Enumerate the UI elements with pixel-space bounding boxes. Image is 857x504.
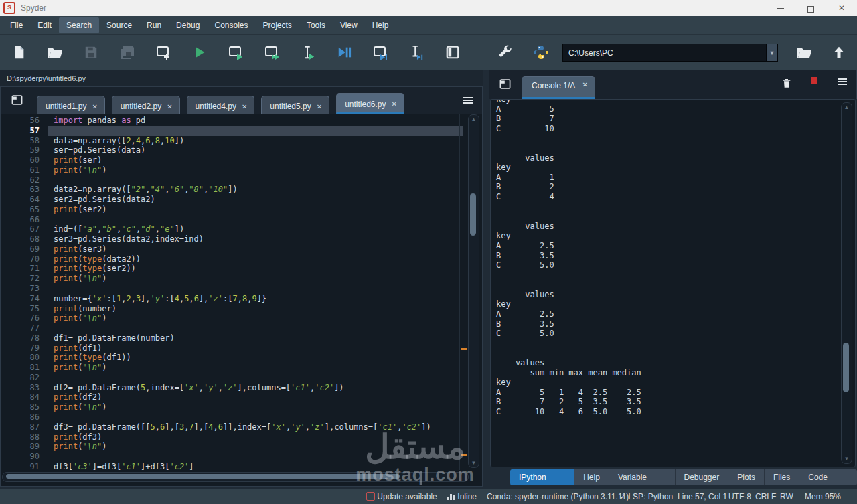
pane-tab-debugger[interactable]: Debugger: [676, 469, 729, 485]
menu-search[interactable]: Search: [59, 17, 99, 33]
console-vscroll-thumb[interactable]: [843, 343, 849, 392]
warning-flag[interactable]: [461, 454, 467, 456]
menu-edit[interactable]: Edit: [30, 17, 59, 33]
code-line-65[interactable]: 65print(ser2): [1, 205, 463, 215]
working-directory-combobox[interactable]: C:\Users\PC ▼: [562, 44, 778, 62]
code-line-78[interactable]: 78df1= pd.DataFrame(number): [1, 333, 463, 343]
menu-tools[interactable]: Tools: [299, 17, 333, 33]
code-line-80[interactable]: 80print(type(df1)): [1, 353, 463, 363]
menu-run[interactable]: Run: [139, 17, 169, 33]
lsp-status[interactable]: ✓ LSP: Python: [619, 489, 673, 504]
pane-tab-ipython-console[interactable]: IPython Console: [510, 469, 574, 485]
code-line-87[interactable]: 87df3= pd.DataFrame([[5,6],[3,7],[4,6]],…: [1, 422, 463, 432]
editor-vscroll-thumb[interactable]: [470, 193, 476, 236]
code-line-73[interactable]: 73: [1, 284, 463, 294]
code-line-60[interactable]: 60print(ser): [1, 155, 463, 165]
code-line-63[interactable]: 63data2=np.array(["2","4","6","8","10"]): [1, 185, 463, 195]
run-button[interactable]: [189, 42, 210, 62]
code-line-90[interactable]: 90: [1, 452, 463, 462]
code-line-91[interactable]: 91df3['c3']=df3['c1']+df3['c2']: [1, 462, 463, 472]
save-button[interactable]: [81, 42, 101, 62]
code-line-64[interactable]: 64ser2=pd.Series(data2): [1, 195, 463, 205]
editor-tab-untitled5[interactable]: untitled5.py✕: [261, 96, 329, 114]
code-line-69[interactable]: 69print(ser3): [1, 244, 463, 254]
restore-button[interactable]: [795, 0, 826, 16]
chevron-down-icon[interactable]: ▼: [766, 44, 777, 61]
scroll-up-icon[interactable]: ▲: [469, 116, 479, 122]
menu-help[interactable]: Help: [365, 17, 396, 33]
parent-directory-button[interactable]: [829, 42, 849, 62]
open-file-button[interactable]: [45, 42, 65, 62]
pythonpath-button[interactable]: [531, 42, 551, 62]
menu-source[interactable]: Source: [99, 17, 139, 33]
pane-tab-plots[interactable]: Plots: [728, 469, 765, 485]
code-line-81[interactable]: 81print("\n"): [1, 363, 463, 373]
debug-cell-button[interactable]: [370, 42, 390, 62]
maximize-pane-button[interactable]: [443, 42, 463, 62]
code-line-84[interactable]: 84print(df2): [1, 392, 463, 402]
code-line-61[interactable]: 61print("\n"): [1, 165, 463, 175]
browse-consoles-icon[interactable]: [499, 78, 511, 92]
editor-vertical-scrollbar[interactable]: ▲ ▼: [468, 114, 479, 468]
code-line-77[interactable]: 77: [1, 323, 463, 333]
code-editor[interactable]: 56import pandas as pd5758data=np.array([…: [1, 114, 463, 474]
menu-view[interactable]: View: [333, 17, 365, 33]
close-console-icon[interactable]: ✕: [582, 81, 587, 88]
code-line-72[interactable]: 72print("\n"): [1, 274, 463, 284]
editor-hscroll-thumb[interactable]: [6, 474, 400, 479]
code-line-62[interactable]: 62: [1, 175, 463, 185]
pane-tab-code-analysis[interactable]: Code Analysis: [799, 469, 857, 485]
close-tab-icon[interactable]: ✕: [242, 103, 247, 110]
debug-button[interactable]: [334, 42, 354, 62]
editor-horizontal-scrollbar[interactable]: [2, 472, 469, 482]
editor-options-menu-icon[interactable]: [463, 96, 473, 105]
scroll-up-icon[interactable]: ▲: [842, 104, 852, 110]
code-line-68[interactable]: 68ser3=pd.Series(data2,index=ind): [1, 234, 463, 244]
code-line-82[interactable]: 82: [1, 373, 463, 383]
code-line-83[interactable]: 83df2= pd.DataFrame(5,index=['x','y','z'…: [1, 383, 463, 393]
code-line-59[interactable]: 59ser=pd.Series(data): [1, 145, 463, 155]
pane-tab-help[interactable]: Help: [574, 469, 609, 485]
warning-flag[interactable]: [461, 348, 467, 350]
pane-tab-variable-explorer[interactable]: Variable Explorer: [609, 469, 676, 485]
code-line-56[interactable]: 56import pandas as pd: [1, 116, 463, 126]
debug-selection-button[interactable]: [406, 42, 426, 62]
code-line-86[interactable]: 86: [1, 412, 463, 422]
menu-debug[interactable]: Debug: [169, 17, 207, 33]
code-line-88[interactable]: 88print(df3): [1, 432, 463, 442]
save-all-button[interactable]: [117, 42, 137, 62]
code-line-79[interactable]: 79print(df1): [1, 343, 463, 353]
code-line-70[interactable]: 70print(type(data2)): [1, 254, 463, 264]
pane-tab-files[interactable]: Files: [765, 469, 799, 485]
menu-file[interactable]: File: [3, 17, 30, 33]
update-status[interactable]: Update available: [366, 489, 437, 504]
editor-tab-untitled6[interactable]: untitled6.py✕: [336, 93, 404, 114]
remove-variables-button[interactable]: [781, 77, 792, 89]
new-cell-button[interactable]: [153, 42, 173, 62]
console-options-menu[interactable]: [838, 77, 847, 86]
preferences-button[interactable]: [495, 42, 515, 62]
code-line-89[interactable]: 89print("\n"): [1, 442, 463, 452]
editor-tab-untitled4[interactable]: untitled4.py✕: [187, 96, 255, 114]
close-tab-icon[interactable]: ✕: [167, 103, 172, 110]
run-cell-button[interactable]: [226, 42, 246, 62]
editor-tab-untitled2[interactable]: untitled2.py✕: [112, 96, 180, 114]
conda-env-status[interactable]: Conda: spyder-runtime (Python 3.11.11): [487, 489, 629, 504]
code-line-58[interactable]: 58data=np.array([2,4,6,8,10]): [1, 136, 463, 146]
menu-projects[interactable]: Projects: [256, 17, 299, 33]
code-line-57[interactable]: 57: [1, 126, 463, 136]
close-tab-icon[interactable]: ✕: [92, 103, 97, 110]
code-line-76[interactable]: 76print("\n"): [1, 313, 463, 323]
minimize-button[interactable]: [765, 0, 795, 16]
scroll-down-icon[interactable]: ▼: [842, 456, 852, 462]
code-line-75[interactable]: 75print(number): [1, 304, 463, 314]
browse-tabs-icon[interactable]: [11, 94, 23, 108]
close-button[interactable]: ✕: [826, 0, 857, 16]
console-output[interactable]: key A 5 B 7 C 10 values key A 1 B 2 C 4 …: [490, 99, 856, 467]
console-vertical-scrollbar[interactable]: ▲ ▼: [841, 102, 852, 464]
matplotlib-status[interactable]: Inline: [447, 489, 477, 504]
close-tab-icon[interactable]: ✕: [392, 100, 397, 108]
scroll-down-icon[interactable]: ▼: [469, 460, 479, 466]
code-line-67[interactable]: 67ind=(["a","b","c","d","e"]): [1, 224, 463, 234]
run-selection-button[interactable]: [298, 42, 318, 62]
